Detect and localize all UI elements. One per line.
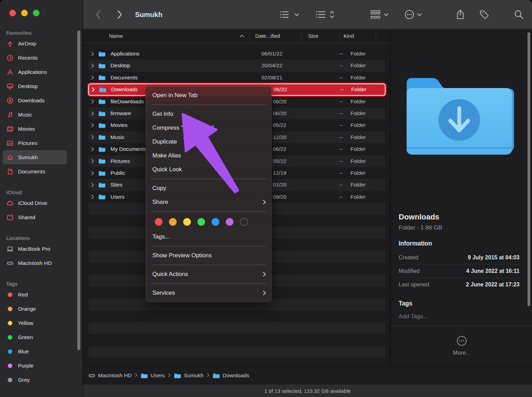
sidebar-item-macbook-pro[interactable]: MacBook Pro (3, 242, 67, 256)
close-window-button[interactable] (9, 10, 16, 16)
column-header-size[interactable]: Size (308, 29, 318, 43)
view-mode-button[interactable] (280, 0, 299, 29)
sidebar-item-orange[interactable]: Orange (3, 302, 67, 316)
sidebar-item-sumukh[interactable]: Sumukh (3, 150, 67, 164)
disclosure-chevron-icon[interactable] (91, 48, 94, 60)
disclosure-chevron-icon[interactable] (91, 179, 94, 191)
tag-dot-icon (6, 376, 14, 384)
file-row-desktop[interactable]: Desktop20/04/22--Folder (88, 60, 385, 71)
tag-color-dot[interactable] (155, 218, 162, 226)
sidebar-item-airdrop[interactable]: AirDrop (3, 36, 67, 51)
tag-color-dot[interactable] (169, 218, 177, 226)
sidebar-scrollbar[interactable] (77, 31, 80, 350)
share-button[interactable] (456, 0, 465, 29)
breadcrumb-downloads[interactable]: Downloads (213, 372, 249, 379)
minimize-window-button[interactable] (21, 10, 28, 16)
sidebar-item-purple[interactable]: Purple (3, 359, 67, 373)
preview-scrollbar[interactable] (527, 32, 530, 306)
breadcrumb-users[interactable]: Users (141, 372, 165, 379)
file-name: Desktop (110, 60, 130, 71)
sidebar-item-documents[interactable]: Documents (3, 164, 67, 179)
column-divider[interactable] (376, 32, 376, 41)
file-name: Pictures (110, 155, 130, 167)
forward-button[interactable] (117, 0, 122, 29)
sidebar-item-applications[interactable]: Applications (3, 65, 67, 79)
menu-item-share[interactable]: Share (145, 195, 272, 209)
zoom-window-button[interactable] (33, 10, 39, 16)
menu-item-copy[interactable]: Copy (145, 181, 272, 195)
sidebar-item-pictures[interactable]: Pictures (3, 136, 67, 150)
column-header-name[interactable]: Name (109, 29, 123, 43)
disclosure-chevron-icon[interactable] (91, 107, 94, 119)
sidebar-item-label: Yellow (18, 320, 33, 326)
breadcrumb-macintosh-hd[interactable]: Macintosh HD (88, 372, 132, 379)
menu-item-duplicate[interactable]: Duplicate (145, 135, 272, 149)
status-bar: 1 of 13 selected, 123.32 GB available (83, 384, 532, 397)
menu-item-open-in-new-tab[interactable]: Open in New Tab (145, 88, 272, 102)
file-row-applications[interactable]: Applications06/01/22--Folder (88, 48, 385, 60)
sidebar-item-macintosh-hd[interactable]: Macintosh HD (3, 256, 67, 270)
status-text: 1 of 13 selected, 123.32 GB available (264, 388, 351, 394)
sidebar-item-music[interactable]: Music (3, 107, 67, 122)
disclosure-chevron-icon[interactable] (91, 96, 94, 107)
disclosure-chevron-icon[interactable] (91, 155, 94, 167)
group-by-button[interactable] (370, 0, 389, 29)
sidebar-item-label: Green (18, 334, 33, 340)
sidebar-item-label: Orange (18, 306, 36, 312)
disclosure-chevron-icon[interactable] (91, 131, 94, 143)
menu-item-quick-look[interactable]: Quick Look (145, 163, 272, 176)
file-kind: Folder (351, 84, 366, 96)
menu-item-quick-actions[interactable]: Quick Actions (145, 267, 272, 281)
tag-color-dot[interactable] (183, 218, 191, 226)
sidebar-item-yellow[interactable]: Yellow (3, 316, 67, 330)
info-value: 4 June 2022 at 16:11 (466, 268, 520, 274)
file-size: -- (324, 167, 343, 179)
column-header-date-modified[interactable]: Date...ified (255, 29, 280, 43)
tag-color-none[interactable] (240, 218, 248, 226)
info-label: Created (399, 254, 418, 261)
menu-item-get-info[interactable]: Get Info (145, 107, 272, 121)
disclosure-chevron-icon[interactable] (91, 167, 94, 179)
column-divider[interactable] (249, 32, 249, 41)
column-divider[interactable] (301, 32, 301, 41)
menu-item-show-preview-options[interactable]: Show Preview Options (145, 249, 272, 262)
sidebar-item-green[interactable]: Green (3, 330, 67, 344)
column-header-kind[interactable]: Kind (344, 29, 354, 43)
menu-item-tags[interactable]: Tags... (145, 230, 272, 244)
disclosure-chevron-icon[interactable] (92, 84, 95, 95)
tag-color-dot[interactable] (212, 218, 219, 226)
tag-color-dot[interactable] (197, 218, 205, 226)
sidebar-item-red[interactable]: Red (3, 287, 67, 302)
menu-item-compress-downloads[interactable]: Compress “Downloads” (145, 121, 272, 135)
add-tags-field[interactable]: Add Tags... (399, 313, 428, 320)
sidebar-item-downloads[interactable]: Downloads (3, 93, 67, 107)
disclosure-chevron-icon[interactable] (91, 191, 94, 203)
more-actions-button[interactable] (405, 0, 422, 29)
preview-panel-divider[interactable] (390, 29, 391, 366)
sidebar-item-label: Documents (18, 169, 45, 175)
laptop-icon (6, 245, 14, 253)
sidebar-item-shared[interactable]: @Shared (3, 210, 67, 224)
tag-button[interactable] (479, 0, 489, 29)
sidebar-item-blue[interactable]: Blue (3, 344, 67, 359)
sidebar-item-movies[interactable]: Movies (3, 122, 67, 136)
tag-color-dot[interactable] (226, 218, 233, 226)
menu-item-services[interactable]: Services (145, 286, 272, 300)
sidebar-item-icloud-drive[interactable]: iCloud Drive (3, 196, 67, 210)
search-icon[interactable] (514, 0, 524, 29)
more-button[interactable]: More... (391, 328, 532, 363)
disclosure-chevron-icon[interactable] (91, 119, 94, 131)
disclosure-chevron-icon[interactable] (91, 60, 94, 71)
disclosure-chevron-icon[interactable] (91, 143, 94, 155)
file-row-documents[interactable]: Documents02/08/21--Folder (88, 72, 385, 84)
sidebar-item-desktop[interactable]: Desktop (3, 79, 67, 93)
sidebar-item-recents[interactable]: Recents (3, 51, 67, 65)
sort-list-button[interactable] (316, 0, 334, 29)
breadcrumb-sumukh[interactable]: Sumukh (174, 372, 204, 379)
menu-item-make-alias[interactable]: Make Alias (145, 149, 272, 163)
back-button[interactable] (96, 0, 101, 29)
sidebar-item-grey[interactable]: Grey (3, 373, 67, 387)
file-size: -- (324, 60, 343, 71)
column-divider[interactable] (340, 32, 340, 41)
disclosure-chevron-icon[interactable] (91, 72, 94, 84)
